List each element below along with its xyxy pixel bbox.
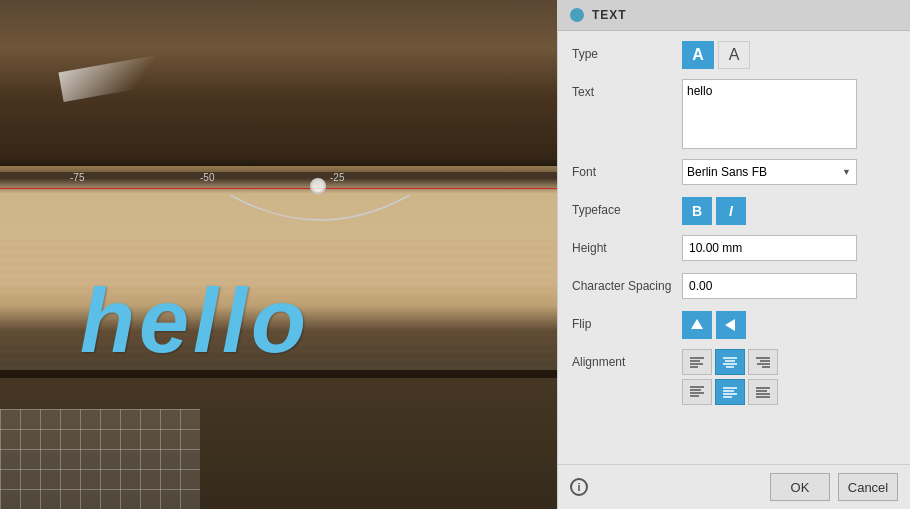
- panel-header: TEXT: [558, 0, 910, 31]
- height-input[interactable]: [682, 235, 857, 261]
- char-spacing-content: [682, 273, 896, 299]
- align-center-button[interactable]: [715, 349, 745, 375]
- canvas-area: -75 -50 -25 hello: [0, 0, 557, 509]
- canvas-hello-text: hello: [80, 270, 310, 373]
- align-left-button[interactable]: [682, 349, 712, 375]
- text-panel: TEXT Type A A Text hello Font Berlin S: [557, 0, 910, 509]
- bold-button[interactable]: B: [682, 197, 712, 225]
- ok-button[interactable]: OK: [770, 473, 830, 501]
- font-row: Font Berlin Sans FB Arial Times New Roma…: [572, 159, 896, 187]
- align-right-button[interactable]: [748, 349, 778, 375]
- panel-header-icon: [570, 8, 584, 22]
- align-bottom-icon: [755, 385, 771, 399]
- flip-horizontal-button[interactable]: [716, 311, 746, 339]
- height-row: Height: [572, 235, 896, 263]
- italic-button[interactable]: I: [716, 197, 746, 225]
- flip-horizontal-icon: [723, 317, 739, 333]
- alignment-content: [682, 349, 778, 405]
- panel-footer: i OK Cancel: [558, 464, 910, 509]
- align-middle-button[interactable]: [715, 379, 745, 405]
- typeface-content: B I: [682, 197, 896, 225]
- flip-vertical-button[interactable]: [682, 311, 712, 339]
- alignment-row: Alignment: [572, 349, 896, 405]
- align-top-icon: [689, 385, 705, 399]
- height-label: Height: [572, 235, 682, 255]
- italic-icon: I: [729, 203, 733, 219]
- type-row: Type A A: [572, 41, 896, 69]
- svg-marker-1: [725, 319, 735, 331]
- align-top-button[interactable]: [682, 379, 712, 405]
- align-left-icon: [689, 355, 705, 369]
- char-spacing-input[interactable]: [682, 273, 857, 299]
- footer-buttons: OK Cancel: [770, 473, 898, 501]
- type-controls: A A: [682, 41, 896, 69]
- font-select[interactable]: Berlin Sans FB Arial Times New Roman Ver…: [682, 159, 857, 185]
- flip-label: Flip: [572, 311, 682, 331]
- arc-indicator: [220, 185, 420, 245]
- char-spacing-row: Character Spacing: [572, 273, 896, 301]
- flip-vertical-icon: [689, 317, 705, 333]
- text-label: Text: [572, 79, 682, 99]
- text-row: Text hello: [572, 79, 896, 149]
- font-label: Font: [572, 159, 682, 179]
- bold-icon: B: [692, 203, 702, 219]
- align-right-icon: [755, 355, 771, 369]
- align-center-icon: [722, 355, 738, 369]
- text-content: hello: [682, 79, 896, 149]
- cancel-button[interactable]: Cancel: [838, 473, 898, 501]
- char-spacing-label: Character Spacing: [572, 273, 682, 293]
- font-select-wrapper: Berlin Sans FB Arial Times New Roman Ver…: [682, 159, 857, 185]
- panel-title: TEXT: [592, 8, 627, 22]
- ruler-mark-50: -50: [200, 172, 214, 183]
- alignment-row-1: [682, 349, 778, 375]
- ruler-mark-25: -25: [330, 172, 344, 183]
- alignment-label: Alignment: [572, 349, 682, 369]
- panel-body: Type A A Text hello Font Berlin Sans FB …: [558, 31, 910, 464]
- typeface-label: Typeface: [572, 197, 682, 217]
- align-bottom-button[interactable]: [748, 379, 778, 405]
- svg-marker-0: [691, 319, 703, 329]
- alignment-row-2: [682, 379, 778, 405]
- height-content: [682, 235, 896, 261]
- type-filled-button[interactable]: A: [682, 41, 714, 69]
- info-button[interactable]: i: [570, 478, 588, 496]
- text-textarea[interactable]: hello: [682, 79, 857, 149]
- ruler-mark-75: -75: [70, 172, 84, 183]
- flip-content: [682, 311, 896, 339]
- flip-row: Flip: [572, 311, 896, 339]
- type-outline-button[interactable]: A: [718, 41, 750, 69]
- font-content: Berlin Sans FB Arial Times New Roman Ver…: [682, 159, 896, 185]
- align-middle-icon: [722, 385, 738, 399]
- type-label: Type: [572, 41, 682, 61]
- canvas-grid: [0, 409, 200, 509]
- typeface-row: Typeface B I: [572, 197, 896, 225]
